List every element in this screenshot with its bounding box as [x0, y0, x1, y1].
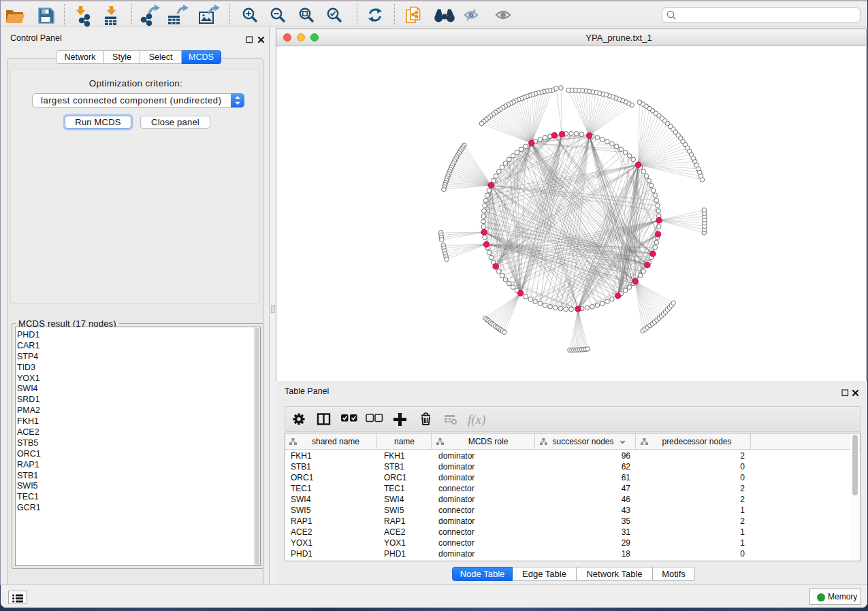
svg-text:f(x): f(x): [468, 412, 485, 427]
